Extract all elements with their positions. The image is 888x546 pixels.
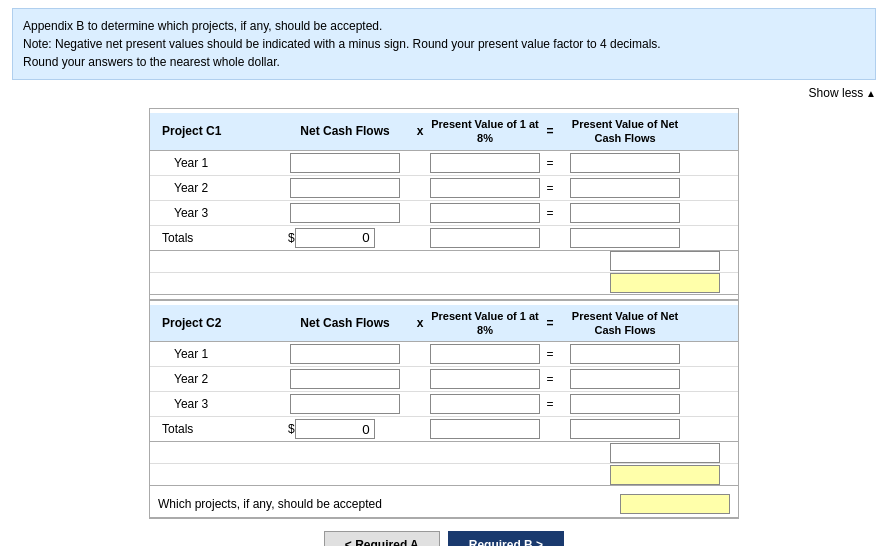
c2-year1-pv-factor[interactable] — [430, 344, 540, 364]
c1-eq-header: = — [540, 124, 560, 138]
c2-year1-pv-ncf-input[interactable] — [570, 344, 680, 364]
c2-project-title: Project C2 — [150, 316, 280, 330]
c2-year3-pv-ncf-input[interactable] — [570, 394, 680, 414]
c1-year1-net-cash-input[interactable] — [290, 153, 400, 173]
c2-totals-row: Totals $ — [150, 417, 738, 442]
c2-year1-pv-ncf[interactable] — [560, 344, 690, 364]
c1-year2-row: Year 2 = — [150, 176, 738, 201]
c1-year2-pv-factor[interactable] — [430, 178, 540, 198]
c1-project-title: Project C1 — [150, 124, 280, 138]
c2-year2-pv-factor-input[interactable] — [430, 369, 540, 389]
c1-year3-pv-ncf-input[interactable] — [570, 203, 680, 223]
c2-net-cash-header: Net Cash Flows — [280, 316, 410, 330]
c2-year3-pv-factor-input[interactable] — [430, 394, 540, 414]
c2-eq-header: = — [540, 316, 560, 330]
c2-year2-eq: = — [540, 372, 560, 386]
c2-x-header: x — [410, 316, 430, 330]
c1-year1-pv-factor-input[interactable] — [430, 153, 540, 173]
c1-totals-pv-ncf-input[interactable] — [570, 228, 680, 248]
c2-year2-label: Year 2 — [150, 372, 280, 386]
c1-net-cash-header: Net Cash Flows — [280, 124, 410, 138]
c2-totals-label: Totals — [150, 422, 280, 436]
main-content-border: Project C1 Net Cash Flows x Present Valu… — [149, 108, 739, 519]
c1-year2-pv-ncf[interactable] — [560, 178, 690, 198]
c2-year1-label: Year 1 — [150, 347, 280, 361]
c1-year3-pv-factor[interactable] — [430, 203, 540, 223]
c2-year3-label: Year 3 — [150, 397, 280, 411]
c1-pv-ncf-header: Present Value of Net Cash Flows — [560, 117, 690, 146]
c2-year2-pv-factor[interactable] — [430, 369, 540, 389]
which-projects-text: Which projects, if any, should be accept… — [158, 497, 382, 511]
instruction-line1: Appendix B to determine which projects, … — [23, 19, 382, 33]
c2-totals-dollar-sign: $ — [284, 422, 295, 436]
c2-year3-pv-factor[interactable] — [430, 394, 540, 414]
c2-year2-net-cash[interactable] — [280, 369, 410, 389]
c1-pv-factor-header: Present Value of 1 at 8% — [430, 117, 540, 146]
c1-year1-net-cash[interactable] — [280, 153, 410, 173]
c2-year3-pv-ncf[interactable] — [560, 394, 690, 414]
c1-header-row: Project C1 Net Cash Flows x Present Valu… — [150, 113, 738, 151]
c1-extra-input[interactable] — [610, 251, 720, 271]
c2-totals-net-cash[interactable]: $ — [280, 419, 410, 439]
project-c1-section: Project C1 Net Cash Flows x Present Valu… — [150, 109, 738, 299]
which-projects-input[interactable] — [620, 494, 730, 514]
c1-x-header: x — [410, 124, 430, 138]
c1-year2-pv-ncf-input[interactable] — [570, 178, 680, 198]
c1-totals-pv-ncf[interactable] — [560, 228, 690, 248]
c1-year3-eq: = — [540, 206, 560, 220]
c1-year2-pv-factor-input[interactable] — [430, 178, 540, 198]
c2-year3-net-cash-input[interactable] — [290, 394, 400, 414]
required-b-button[interactable]: Required B > — [448, 531, 564, 546]
c2-year2-pv-ncf-input[interactable] — [570, 369, 680, 389]
c2-header-row: Project C2 Net Cash Flows x Present Valu… — [150, 305, 738, 343]
c1-year3-label: Year 3 — [150, 206, 280, 220]
show-less-link[interactable]: Show less — [12, 86, 876, 100]
c2-totals-pv-factor[interactable] — [430, 419, 540, 439]
required-a-button[interactable]: < Required A — [324, 531, 440, 546]
c1-totals-net-cash-input[interactable] — [295, 228, 375, 248]
c1-year3-net-cash[interactable] — [280, 203, 410, 223]
c2-yellow-input[interactable] — [610, 465, 720, 485]
c2-year2-row: Year 2 = — [150, 367, 738, 392]
c1-year2-net-cash-input[interactable] — [290, 178, 400, 198]
c1-totals-row: Totals $ — [150, 226, 738, 251]
c2-year1-net-cash-input[interactable] — [290, 344, 400, 364]
instruction-line3: Round your answers to the nearest whole … — [23, 55, 280, 69]
c2-year1-eq: = — [540, 347, 560, 361]
c2-year3-net-cash[interactable] — [280, 394, 410, 414]
c2-year2-net-cash-input[interactable] — [290, 369, 400, 389]
c2-year1-net-cash[interactable] — [280, 344, 410, 364]
c2-totals-pv-ncf-input[interactable] — [570, 419, 680, 439]
c1-year1-pv-ncf-input[interactable] — [570, 153, 680, 173]
c1-year1-pv-factor[interactable] — [430, 153, 540, 173]
c1-year2-net-cash[interactable] — [280, 178, 410, 198]
c1-totals-dollar-sign: $ — [284, 231, 295, 245]
c2-yellow-row — [150, 464, 738, 486]
c1-blank-row — [150, 251, 738, 273]
c1-totals-pv-factor-input[interactable] — [430, 228, 540, 248]
c2-year1-pv-factor-input[interactable] — [430, 344, 540, 364]
c2-totals-net-cash-input[interactable] — [295, 419, 375, 439]
c1-yellow-row — [150, 273, 738, 295]
c2-totals-pv-ncf[interactable] — [560, 419, 690, 439]
c1-year3-pv-ncf[interactable] — [560, 203, 690, 223]
c1-year1-eq: = — [540, 156, 560, 170]
c1-year1-row: Year 1 = — [150, 151, 738, 176]
c1-year2-eq: = — [540, 181, 560, 195]
c2-pv-factor-header: Present Value of 1 at 8% — [430, 309, 540, 338]
c1-totals-net-cash[interactable]: $ — [280, 228, 410, 248]
c1-year3-net-cash-input[interactable] — [290, 203, 400, 223]
c1-year3-pv-factor-input[interactable] — [430, 203, 540, 223]
project-c2-section: Project C2 Net Cash Flows x Present Valu… — [150, 299, 738, 491]
c1-yellow-input[interactable] — [610, 273, 720, 293]
c1-year1-pv-ncf[interactable] — [560, 153, 690, 173]
c2-totals-pv-factor-input[interactable] — [430, 419, 540, 439]
nav-row: < Required A Required B > — [12, 523, 876, 546]
c2-year1-row: Year 1 = — [150, 342, 738, 367]
c1-totals-label: Totals — [150, 231, 280, 245]
c2-extra-input[interactable] — [610, 443, 720, 463]
c2-year2-pv-ncf[interactable] — [560, 369, 690, 389]
show-less-anchor[interactable]: Show less — [809, 86, 876, 100]
c2-blank-row — [150, 442, 738, 464]
c1-totals-pv-factor[interactable] — [430, 228, 540, 248]
